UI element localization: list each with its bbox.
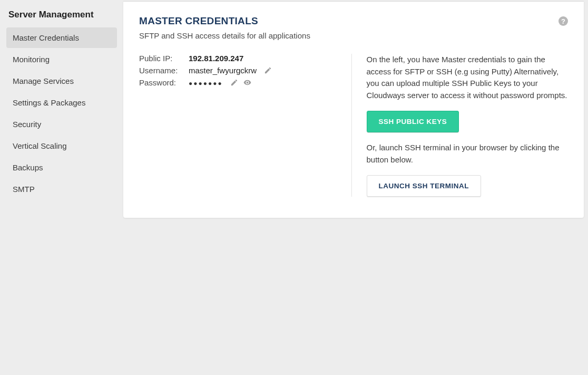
username-row: Username: master_fwyurgckrw — [139, 66, 341, 75]
public-ip-value: 192.81.209.247 — [189, 54, 243, 63]
card: MASTER CREDENTIALS SFTP and SSH access d… — [123, 1, 584, 218]
public-ip-label: Public IP: — [139, 54, 189, 63]
sidebar-title: Server Management — [6, 5, 117, 27]
sidebar-item-backups[interactable]: Backups — [6, 157, 117, 178]
info-column: On the left, you have Master credentials… — [351, 54, 569, 197]
sidebar-item-security[interactable]: Security — [6, 114, 117, 134]
sidebar-item-settings-packages[interactable]: Settings & Packages — [6, 92, 117, 113]
content-area: MASTER CREDENTIALS SFTP and SSH access d… — [122, 0, 588, 375]
edit-username-icon[interactable] — [264, 66, 272, 74]
page-subtitle: SFTP and SSH access details for all appl… — [139, 31, 568, 40]
sidebar-item-manage-services[interactable]: Manage Services — [6, 71, 117, 91]
info-text: On the left, you have Master credentials… — [367, 54, 569, 101]
sidebar-item-vertical-scaling[interactable]: Vertical Scaling — [6, 136, 117, 156]
sidebar: Server Management Master Credentials Mon… — [0, 0, 122, 375]
username-label: Username: — [139, 66, 189, 75]
launch-ssh-terminal-button[interactable]: LAUNCH SSH TERMINAL — [367, 175, 482, 197]
help-icon[interactable]: ? — [558, 16, 568, 26]
card-header: MASTER CREDENTIALS SFTP and SSH access d… — [139, 15, 568, 40]
reveal-password-icon[interactable] — [243, 79, 251, 86]
sidebar-item-smtp[interactable]: SMTP — [6, 179, 117, 199]
public-ip-row: Public IP: 192.81.209.247 — [139, 54, 341, 63]
launch-info-text: Or, launch SSH terminal in your browser … — [367, 142, 569, 166]
username-value: master_fwyurgckrw — [189, 66, 257, 75]
ssh-public-keys-button[interactable]: SSH PUBLIC KEYS — [367, 111, 459, 132]
edit-password-icon[interactable] — [230, 79, 238, 86]
password-label: Password: — [139, 78, 189, 87]
password-value: ●●●●●●● — [189, 80, 223, 87]
page-title: MASTER CREDENTIALS — [139, 15, 568, 27]
card-body: Public IP: 192.81.209.247 Username: mast… — [139, 54, 568, 197]
credentials-column: Public IP: 192.81.209.247 Username: mast… — [139, 54, 351, 197]
password-row: Password: ●●●●●●● — [139, 78, 341, 87]
sidebar-item-master-credentials[interactable]: Master Credentials — [6, 27, 117, 48]
sidebar-item-monitoring[interactable]: Monitoring — [6, 49, 117, 70]
